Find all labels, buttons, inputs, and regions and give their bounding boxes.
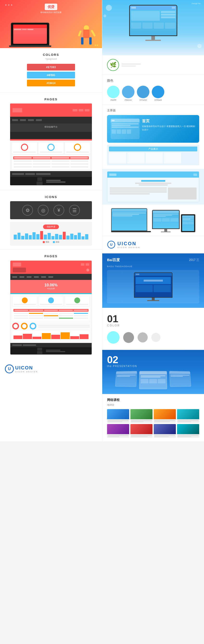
left-column: ★ ★ ★ 优贷 移动端借贷设计规范提案 <box>0 0 102 441</box>
hero-right: Design No. <box>102 0 204 55</box>
bubble-3 <box>197 44 202 48</box>
colors-subtitle: Typeground <box>10 58 92 60</box>
icon-person: ◎ <box>38 205 48 216</box>
colors-title: COLORS <box>10 53 92 56</box>
pages2-section: PAGES <box>0 250 102 360</box>
imac-mockup <box>127 5 180 41</box>
pages2-mockup: 10.06% 年化利率 <box>10 260 92 355</box>
color01-number: 01 <box>107 314 199 324</box>
baidu-section: Bai百度 2017 三 BADU TNGDAODAUE <box>102 254 204 308</box>
coins-decoration: ●● <box>94 43 98 47</box>
colors-section: COLORS Typeground #E7393 #4FBIG #C8A14 <box>0 48 102 92</box>
course-1 <box>107 409 129 423</box>
presentation-mockups <box>107 371 199 389</box>
products-title: 产品展示 <box>109 146 197 151</box>
course-2 <box>130 409 152 423</box>
pages-section-1: PAGES <box>0 93 102 190</box>
courses-grid <box>107 409 199 438</box>
left-hero-subtitle: 移动端借贷设计规范提案 <box>40 11 62 14</box>
baidu-subtitle: BADU TNGDAODAUE <box>107 265 199 268</box>
course-3 <box>154 409 176 423</box>
course-4 <box>177 409 199 423</box>
baidu-main-monitor <box>134 272 172 301</box>
course-5 <box>107 424 129 438</box>
device-tablet <box>181 214 195 232</box>
colors-right-section: 颜色 #8af9ff #5bb1ec #47a2e0 #299ae8 <box>102 75 204 105</box>
icons-section: ICONS ⚙ ◎ ¥ ☰ 借款申请 <box>0 190 102 249</box>
device-lineup <box>107 208 199 232</box>
pages1-mockup: 移动金融平台 <box>10 104 92 185</box>
device-laptop <box>111 208 151 232</box>
bubble-2 <box>104 14 106 17</box>
uicon-sub-right: UICON DESIGN <box>118 246 140 248</box>
svg-text:U: U <box>8 367 11 371</box>
uicon-sub-text-left: UICON DESIGN <box>15 370 38 373</box>
color-circle-4: #299ae8 <box>152 86 164 101</box>
color01-label: COLOR <box>107 324 199 327</box>
card-text-area: 首页 采集整体样导向平台设计 将重要数据用入一目 嗯清晰刷位设计 <box>142 119 196 139</box>
course-6 <box>130 424 152 438</box>
color-circles-row: #8af9ff #5bb1ec #47a2e0 #299ae8 <box>107 86 199 101</box>
baidu-logo: Bai百度 <box>107 258 120 262</box>
blue-hero-card: 首页 采集整体样导向平台设计 将重要数据用入一目 嗯清晰刷位设计 <box>107 115 199 143</box>
icon-settings: ⚙ <box>22 205 33 216</box>
color-bar-blue: #4FBIG <box>27 72 75 78</box>
color-circle-1: #8af9ff <box>107 86 120 101</box>
dot-gray <box>123 332 134 343</box>
product-item-1 <box>109 152 126 164</box>
pres-mockup-3 <box>169 371 191 387</box>
uicon-logo-left: U UICON UICON DESIGN <box>0 360 102 378</box>
products-showcase: 产品展示 <box>107 145 199 165</box>
pres-label: the PRESENTATION <box>107 365 199 368</box>
colors-right-title: 颜色 <box>107 78 199 83</box>
dot-cyan <box>107 331 120 344</box>
main-page-title: 主界面 <box>107 108 199 113</box>
card-desc: 采集整体样导向平台设计 将重要数据用入一目 嗯清晰刷位设计 <box>142 125 196 132</box>
hero-left: ★ ★ ★ 优贷 移动端借贷设计规范提案 <box>0 0 102 48</box>
presentation-section: 02 the PRESENTATION <box>102 350 204 394</box>
icons-title: ICONS <box>5 195 97 199</box>
color-circle-2: #5bb1ec <box>122 86 134 101</box>
pres-mockup-2 <box>139 371 167 389</box>
brand-icon-section: 🌿 <box>102 55 204 74</box>
uicon-main-text-left: UICON <box>15 365 38 370</box>
dot-white <box>151 333 160 342</box>
pres-number: 02 <box>107 355 199 365</box>
product-item-4 <box>164 152 181 164</box>
color-bar-orange: #C8A14 <box>27 80 75 86</box>
svg-text:U: U <box>110 242 112 246</box>
page-screenshot <box>111 119 140 139</box>
pages1-title: PAGES <box>5 98 97 101</box>
color01-dots <box>107 331 199 344</box>
dot-lightgray <box>138 332 148 342</box>
device-imac <box>152 210 180 232</box>
bubble-1 <box>106 5 112 11</box>
baidu-monitor-mockup <box>107 270 199 304</box>
product-item-2 <box>127 152 144 164</box>
pres-mockup-1 <box>115 371 137 387</box>
stats-bars-container: 借款申请 <box>10 222 92 246</box>
main-page-section: 主界面 <box>102 105 204 169</box>
icon-currency: ¥ <box>54 205 64 216</box>
character-figure <box>79 25 94 48</box>
color-bar-red: #E7393 <box>27 64 75 70</box>
uicon-icon-right: U <box>107 240 116 249</box>
courses-sub: 地球堂 <box>107 403 199 407</box>
pages2-title: PAGES <box>5 254 97 258</box>
right-column: Design No. <box>102 0 204 441</box>
uicon-logo-right: U UICON UICON DESIGN <box>102 236 204 253</box>
icon-chart: ☰ <box>69 205 80 216</box>
icons-display: ⚙ ◎ ¥ ☰ <box>10 201 92 219</box>
product-item-3 <box>146 152 163 164</box>
tree-icon: 🌿 <box>107 59 119 71</box>
courses-title: 网络课程 <box>107 398 199 402</box>
color01-section: 01 COLOR <box>102 308 204 350</box>
baidu-year: 2017 三 <box>189 258 199 262</box>
screen-section <box>102 169 204 204</box>
laptop-mockup <box>7 22 53 47</box>
courses-section: 网络课程 地球堂 <box>102 394 204 441</box>
devices-section <box>102 204 204 236</box>
screen-mockup <box>107 171 199 202</box>
color-circle-3: #47a2e0 <box>137 86 150 101</box>
course-8 <box>177 424 199 438</box>
